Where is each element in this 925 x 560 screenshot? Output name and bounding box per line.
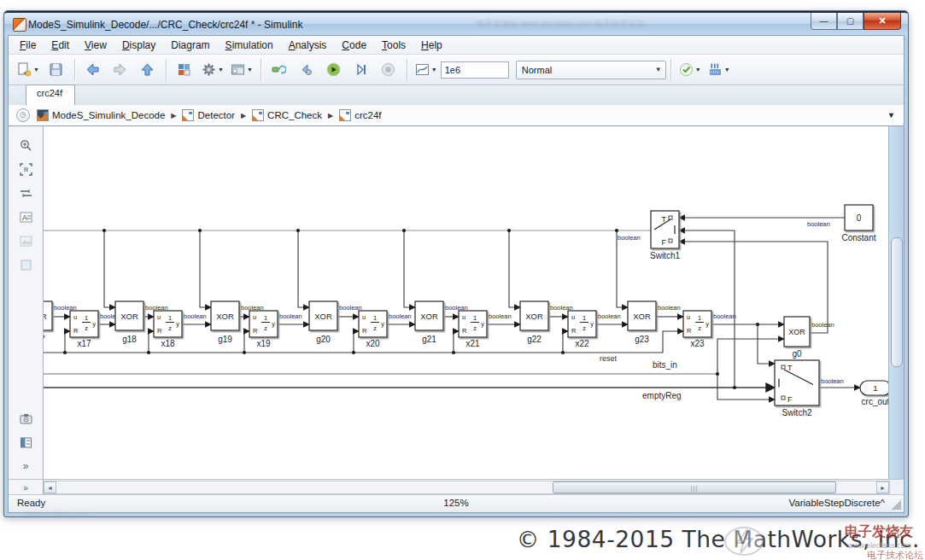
menu-view[interactable]: View: [77, 38, 114, 53]
model-canvas[interactable]: booleanbooleanbooleanbooleanbooleanboole…: [44, 126, 890, 480]
stop-button[interactable]: [376, 58, 401, 82]
fit-view-button[interactable]: [15, 159, 36, 179]
breadcrumb-separator-icon: ▶: [171, 112, 176, 120]
sim-stop-time-input[interactable]: [441, 61, 509, 79]
annotation-button[interactable]: A: [15, 207, 36, 227]
svg-text:XOR: XOR: [44, 312, 47, 321]
breadcrumb-options-icon[interactable]: ◷: [16, 108, 30, 122]
update-diagram-button[interactable]: ▼: [676, 58, 704, 82]
step-back-button[interactable]: [294, 58, 319, 82]
build-button[interactable]: ▼: [705, 58, 733, 82]
toolbar-separator: [166, 59, 167, 81]
svg-text:XOR: XOR: [314, 312, 332, 321]
svg-text:y: y: [381, 320, 384, 328]
svg-text:x19: x19: [256, 339, 271, 348]
area-button[interactable]: [15, 254, 36, 275]
viewmarks-button[interactable]: [15, 432, 36, 452]
svg-text:boolean: boolean: [713, 312, 736, 320]
breadcrumb-item-crc24f[interactable]: crc24f: [339, 109, 381, 121]
simulation-display-caret: ▼: [431, 67, 437, 73]
sim-mode-select[interactable]: Normal ▼: [516, 61, 666, 79]
close-button[interactable]: ✕: [864, 13, 901, 30]
svg-text:x22: x22: [575, 339, 589, 348]
svg-text:boolean: boolean: [821, 377, 844, 385]
simulink-window: ModeS_Simulink_Decode/.../CRC_Check/crc2…: [3, 10, 909, 517]
screenshot-button[interactable]: [15, 408, 36, 429]
menu-file[interactable]: File: [12, 38, 44, 53]
resize-grip[interactable]: [891, 499, 901, 510]
vertical-scrollbar[interactable]: [888, 126, 904, 480]
up-icon: [140, 62, 155, 77]
svg-text:y: y: [590, 320, 594, 328]
svg-text:y: y: [481, 320, 484, 328]
new-model-button[interactable]: ▼: [15, 58, 42, 82]
library-browser-icon: [177, 62, 191, 77]
zoom-tool-button[interactable]: [15, 135, 36, 155]
svg-text:y: y: [92, 320, 96, 328]
breadcrumb-dropdown-icon[interactable]: ▼: [887, 111, 895, 120]
palette-expand-glyph: »: [23, 460, 29, 472]
back-icon: [85, 62, 100, 77]
tab-crc24f[interactable]: crc24f: [26, 85, 75, 106]
maximize-button[interactable]: ▢: [837, 13, 864, 30]
svg-text:u: u: [571, 313, 575, 321]
svg-text:XOR: XOR: [216, 312, 234, 321]
svg-text:A: A: [22, 213, 27, 222]
forward-button[interactable]: [108, 58, 133, 82]
window-title: ModeS_Simulink_Decode/.../CRC_Check/crc2…: [28, 19, 302, 31]
sim-mode-value: Normal: [522, 65, 552, 75]
svg-text:bits_in: bits_in: [653, 360, 677, 370]
run-button[interactable]: [321, 58, 347, 82]
palette-expand-button[interactable]: »: [15, 456, 36, 476]
menu-help[interactable]: Help: [413, 38, 450, 53]
svg-text:0: 0: [857, 213, 862, 223]
up-button[interactable]: [135, 58, 161, 82]
signal-routing-button[interactable]: [15, 183, 36, 203]
status-zoom-level: 125%: [443, 498, 468, 508]
forward-icon: [113, 62, 127, 77]
palette-more-button[interactable]: »: [9, 480, 44, 494]
svg-text:g0: g0: [792, 349, 802, 359]
menu-code[interactable]: Code: [334, 38, 374, 53]
vertical-scrollbar-thumb[interactable]: [891, 237, 903, 367]
svg-text:boolean: boolean: [279, 312, 302, 320]
titlebar-watermark: 电子发烧友 www.elecfans.com 电子技术论坛: [476, 18, 672, 30]
annotation-icon: A: [20, 211, 32, 224]
library-browser-button[interactable]: [172, 58, 197, 82]
svg-text:reset: reset: [600, 354, 618, 363]
menu-edit[interactable]: Edit: [44, 38, 77, 53]
breadcrumb-item-detector[interactable]: Detector: [182, 109, 234, 121]
svg-text:R: R: [571, 327, 577, 335]
model-configuration-button[interactable]: ▼: [199, 58, 226, 82]
window-content: FileEditViewDisplayDiagramSimulationAnal…: [8, 35, 905, 513]
image-button[interactable]: [15, 230, 36, 251]
minimize-button[interactable]: —: [811, 13, 837, 30]
svg-text:u: u: [73, 313, 77, 321]
title-bar[interactable]: ModeS_Simulink_Decode/.../CRC_Check/crc2…: [4, 11, 908, 37]
svg-text:boolean: boolean: [618, 234, 641, 242]
scroll-right-arrow[interactable]: ►: [876, 481, 889, 493]
menu-simulation[interactable]: Simulation: [218, 38, 281, 53]
model-explorer-button[interactable]: ▼: [228, 58, 255, 82]
step-forward-button[interactable]: [348, 58, 374, 82]
svg-text:boolean: boolean: [658, 304, 681, 312]
svg-text:u: u: [362, 313, 366, 321]
horizontal-scrollbar-thumb[interactable]: |||: [553, 481, 836, 493]
breadcrumb-item-modes_simulink_decode[interactable]: ModeS_Simulink_Decode: [37, 109, 165, 121]
svg-text:1: 1: [168, 314, 172, 322]
save-button[interactable]: [44, 58, 69, 82]
subsystem-icon: [339, 109, 351, 121]
fast-restart-button[interactable]: [266, 58, 292, 82]
back-button[interactable]: [80, 58, 106, 82]
menu-diagram[interactable]: Diagram: [163, 38, 217, 53]
breadcrumb-item-crc_check[interactable]: CRC_Check: [252, 109, 322, 121]
menu-tools[interactable]: Tools: [374, 38, 413, 53]
menu-display[interactable]: Display: [114, 38, 163, 53]
update-diagram-caret: ▼: [695, 67, 701, 73]
status-solver[interactable]: VariableStepDiscrete^: [788, 498, 885, 508]
menu-analysis[interactable]: Analysis: [281, 38, 335, 53]
new-model-icon: [17, 62, 32, 77]
scroll-left-arrow[interactable]: ◄: [44, 481, 56, 493]
horizontal-scrollbar[interactable]: ◄ ||| ►: [44, 481, 890, 494]
simulation-display-button[interactable]: ▼: [413, 58, 440, 82]
